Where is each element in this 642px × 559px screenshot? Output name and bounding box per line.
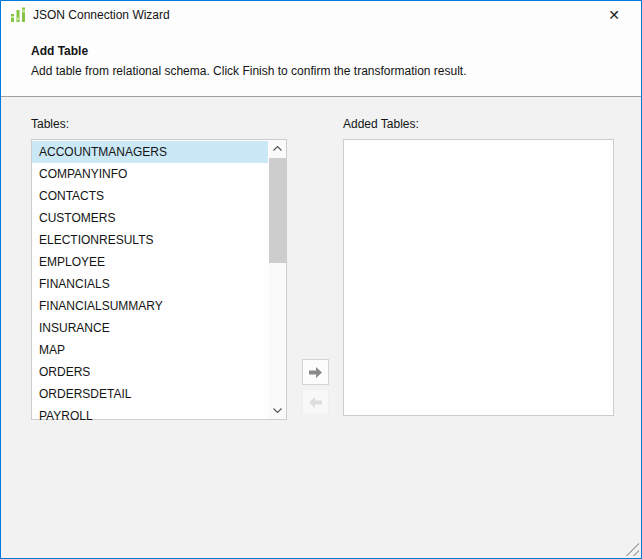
table-list-item[interactable]: ELECTIONRESULTS <box>32 229 268 251</box>
table-name: ORDERS <box>39 365 90 379</box>
window-title: JSON Connection Wizard <box>33 8 170 22</box>
table-name: ELECTIONRESULTS <box>39 233 153 247</box>
table-list-item[interactable]: FINANCIALS <box>32 273 268 295</box>
close-button[interactable]: ✕ <box>597 1 631 28</box>
table-name: FINANCIALSUMMARY <box>39 299 163 313</box>
scrollbar-thumb[interactable] <box>269 158 286 263</box>
content-area: Tables: Added Tables: ACCOUNTMANAGERS CO… <box>1 97 641 558</box>
tables-listbox[interactable]: ACCOUNTMANAGERS COMPANYINFO CONTACTS CUS… <box>31 139 287 420</box>
table-name: CONTACTS <box>39 189 104 203</box>
tables-scrollbar[interactable] <box>269 140 286 419</box>
table-list-item[interactable]: FINANCIALSUMMARY <box>32 295 268 317</box>
table-list-item[interactable]: CONTACTS <box>32 185 268 207</box>
table-name: INSURANCE <box>39 321 110 335</box>
table-name: PAYROLL <box>39 409 93 423</box>
table-list-item[interactable]: EMPLOYEE <box>32 251 268 273</box>
table-list-item[interactable]: CUSTOMERS <box>32 207 268 229</box>
chevron-down-icon <box>273 408 282 413</box>
table-list-item[interactable]: ACCOUNTMANAGERS <box>32 141 268 163</box>
added-tables-label: Added Tables: <box>343 117 419 131</box>
right-arrow-icon <box>308 366 323 379</box>
tables-list: ACCOUNTMANAGERS COMPANYINFO CONTACTS CUS… <box>32 141 268 427</box>
table-name: CUSTOMERS <box>39 211 115 225</box>
table-list-item[interactable]: INSURANCE <box>32 317 268 339</box>
table-list-item[interactable]: ORDERSDETAIL <box>32 383 268 405</box>
table-name: COMPANYINFO <box>39 167 127 181</box>
added-tables-listbox[interactable] <box>343 139 614 416</box>
table-name: FINANCIALS <box>39 277 110 291</box>
title-bar[interactable]: JSON Connection Wizard ✕ <box>1 1 641 29</box>
app-icon <box>10 7 26 23</box>
scroll-up-button[interactable] <box>269 140 286 157</box>
scroll-down-button[interactable] <box>269 402 286 419</box>
step-title: Add Table <box>31 44 88 58</box>
table-name: MAP <box>39 343 65 357</box>
table-list-item[interactable]: MAP <box>32 339 268 361</box>
table-list-item[interactable]: ORDERS <box>32 361 268 383</box>
close-icon: ✕ <box>608 7 620 23</box>
step-description: Add table from relational schema. Click … <box>31 64 467 78</box>
table-name: ACCOUNTMANAGERS <box>39 145 167 159</box>
left-arrow-icon <box>308 396 323 409</box>
json-connection-wizard-window: JSON Connection Wizard ✕ Add Table Add t… <box>0 0 642 559</box>
table-name: EMPLOYEE <box>39 255 105 269</box>
resize-grip[interactable] <box>625 542 639 556</box>
table-name: ORDERSDETAIL <box>39 387 131 401</box>
tables-label: Tables: <box>31 117 69 131</box>
chevron-up-icon <box>273 146 282 151</box>
table-list-item[interactable]: COMPANYINFO <box>32 163 268 185</box>
table-list-item[interactable]: PAYROLL <box>32 405 268 427</box>
remove-table-button[interactable] <box>302 389 329 415</box>
add-table-button[interactable] <box>302 359 329 385</box>
